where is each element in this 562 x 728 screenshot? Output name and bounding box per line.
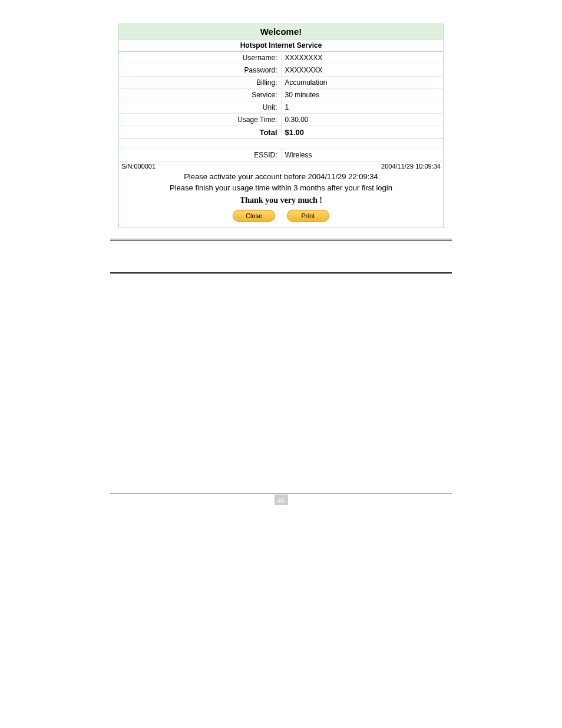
p2-b: Username <box>186 340 223 349</box>
billing-value: Accumulation <box>281 77 443 89</box>
p5: Click on the Credit Card link to begin s… <box>110 467 452 480</box>
p3: On the credit card billing page, your cu… <box>110 368 452 421</box>
page-number: 46 <box>275 495 288 505</box>
welcome-title: Welcome! <box>119 24 443 39</box>
details-table: Username: XXXXXXXX Password: XXXXXXXX Bi… <box>119 52 443 162</box>
horizontal-rule <box>110 239 452 241</box>
p2-c: and <box>223 340 239 349</box>
close-button[interactable]: Close <box>233 210 275 222</box>
unit-value: 1 <box>281 101 443 114</box>
username-label: Username: <box>119 52 281 64</box>
unit-label: Unit: <box>119 101 281 114</box>
username-value: XXXXXXXX <box>281 52 443 64</box>
service-title: Hotspot Internet Service <box>119 39 443 52</box>
total-label: Total <box>119 126 281 139</box>
password-value: XXXXXXXX <box>281 64 443 77</box>
activate-message: Please activate your account before 2004… <box>119 171 443 182</box>
usage-value: 0.30.00 <box>281 114 443 126</box>
p4: Once the transaction is successful, Auth… <box>110 424 452 464</box>
page-number-bar: 46 <box>110 493 452 505</box>
billing-label: Billing: <box>119 77 281 89</box>
finish-message: Please finish your usage time within 3 m… <box>119 182 443 193</box>
print-timestamp: 2004/11/29 10:09:34 <box>381 163 441 170</box>
ticket-box: Welcome! Hotspot Internet Service Userna… <box>118 24 444 228</box>
essid-value: Wireless <box>281 149 443 162</box>
service-label: Service: <box>119 89 281 101</box>
serial-number: S/N:000001 <box>121 163 156 170</box>
total-value: $1.00 <box>281 126 443 139</box>
thank-you-text: Thank you very much ! <box>119 193 443 210</box>
usage-label: Usage Time: <box>119 114 281 126</box>
password-label: Password: <box>119 64 281 77</box>
p2-d: Password <box>239 340 275 349</box>
p1-a: This section is used in conjunction with <box>110 283 248 292</box>
section-heading: 3-2-5 Credit Card <box>110 258 452 269</box>
p1-b: Authorize.net <box>248 284 297 292</box>
body-text: This section is used in conjunction with… <box>110 274 452 481</box>
service-value: 30 minutes <box>281 89 443 101</box>
print-button[interactable]: Print <box>287 210 329 222</box>
essid-label: ESSID: <box>119 149 281 162</box>
